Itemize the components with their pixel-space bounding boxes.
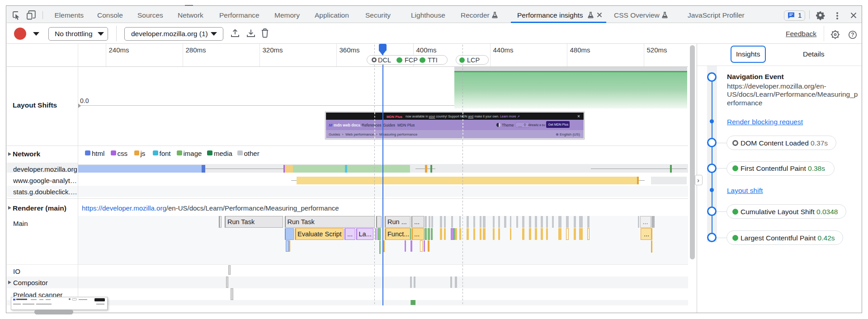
svg-text:?: ? xyxy=(851,32,854,38)
